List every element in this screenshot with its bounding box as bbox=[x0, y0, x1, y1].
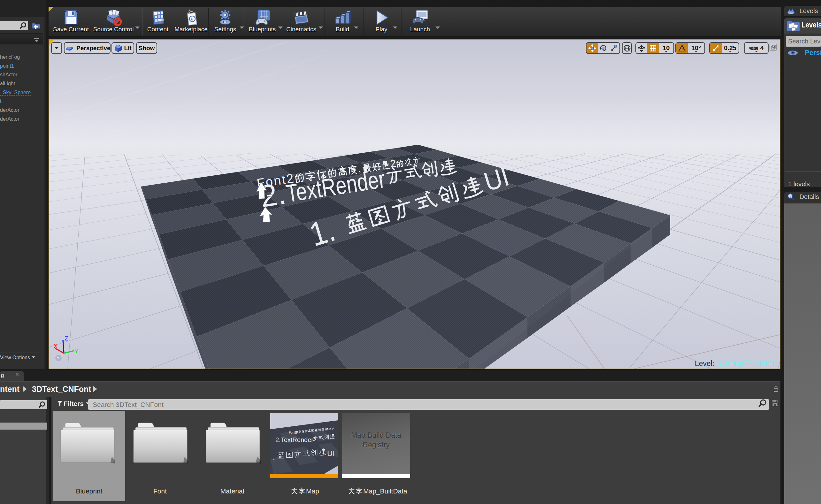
svg-text:u: u bbox=[191, 17, 193, 21]
svg-text:X: X bbox=[54, 343, 58, 349]
svg-text:Y: Y bbox=[74, 348, 79, 355]
svg-text:Map (Persistent): Map (Persistent) bbox=[731, 359, 776, 368]
svg-text:?: ? bbox=[57, 356, 59, 361]
svg-text:2.TextRender: 2.TextRender bbox=[275, 436, 313, 443]
svg-text:.: . bbox=[273, 453, 275, 462]
svg-text:Z: Z bbox=[65, 335, 68, 342]
svg-text:Level:: Level: bbox=[695, 359, 714, 368]
svg-text:Font2: Font2 bbox=[289, 431, 297, 434]
svg-text:UI: UI bbox=[327, 449, 335, 458]
